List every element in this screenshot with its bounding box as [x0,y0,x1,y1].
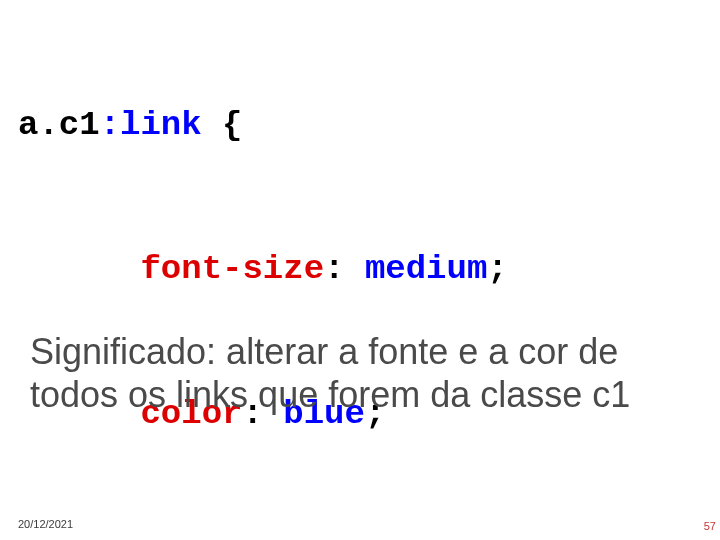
brace-open: { [202,106,243,144]
explanation-text: Significado: alterar a fonte e a cor de … [30,330,690,416]
selector-pseudo: :link [100,106,202,144]
footer-page-number: 57 [704,520,716,532]
selector-element: a.c1 [18,106,100,144]
footer-date: 20/12/2021 [18,518,73,530]
semicolon: ; [487,250,507,288]
code-line-2: font-size: medium; [18,245,508,293]
prop-font-size: font-size [140,250,324,288]
slide: a.c1:link { font-size: medium; color: bl… [0,0,720,540]
val-medium: medium [365,250,487,288]
colon: : [324,250,365,288]
indent [18,250,140,288]
code-line-4: } [18,535,508,540]
css-code-block: a.c1:link { font-size: medium; color: bl… [18,4,508,540]
code-line-1: a.c1:link { [18,101,508,149]
